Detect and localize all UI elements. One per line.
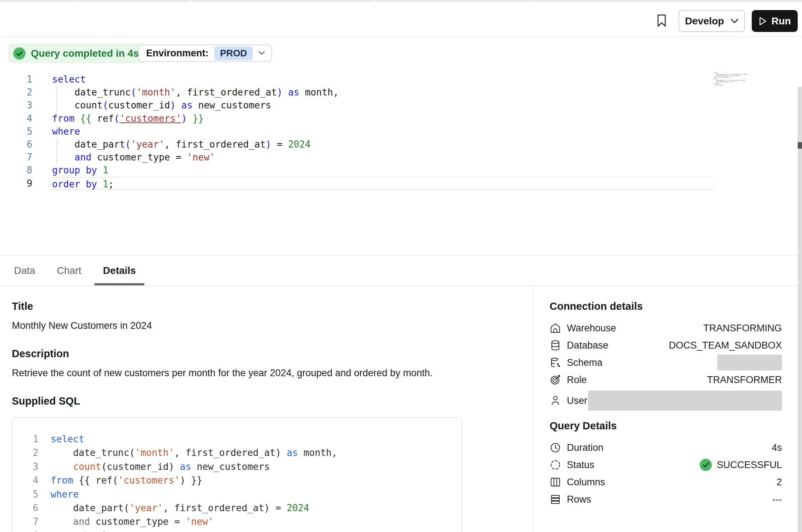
bookmark-icon: [656, 14, 667, 28]
line-number: 1: [13, 432, 38, 446]
details-left-column: Title Monthly New Customers in 2024 Desc…: [0, 287, 532, 532]
play-icon: [759, 17, 767, 26]
detail-row-duration: Duration4s: [550, 439, 782, 456]
clock-icon: [550, 442, 561, 453]
sql-editor[interactable]: 1select2 date_trunc('month', first_order…: [0, 71, 802, 255]
bookmark-button[interactable]: [656, 13, 671, 29]
line-number: 2: [0, 86, 32, 99]
detail-value: [717, 355, 782, 370]
description-value: Retrieve the count of new customers per …: [12, 368, 532, 379]
rows-icon: [550, 494, 561, 505]
environment-label: Environment:: [146, 48, 209, 59]
detail-row-role: RoleTRANSFORMER: [550, 371, 782, 388]
title-heading: Title: [12, 300, 532, 312]
query-details-heading: Query Details: [550, 420, 782, 432]
line-number: 3: [0, 99, 32, 112]
detail-label: Warehouse: [567, 323, 616, 334]
detail-value: SUCCESSFUL: [699, 458, 782, 471]
detail-row-warehouse: WarehouseTRANSFORMING: [550, 319, 782, 337]
code-line: 1select: [13, 432, 462, 446]
line-number: 8: [13, 529, 38, 532]
line-number: 5: [13, 487, 38, 501]
detail-row-rows: Rows---: [550, 491, 782, 508]
code-line: 5where: [0, 125, 714, 138]
run-button[interactable]: Run: [752, 10, 798, 32]
line-number: 5: [0, 125, 32, 138]
code-line: 6 date_part('year', first_ordered_at) = …: [0, 138, 714, 151]
check-circle-icon: [13, 47, 26, 60]
code-line: 4from {{ ref('customers') }}: [0, 112, 714, 125]
supplied-sql-heading: Supplied SQL: [12, 395, 532, 407]
line-number: 1: [0, 73, 32, 86]
status-icon: [550, 459, 561, 471]
title-value: Monthly New Customers in 2024: [12, 320, 532, 331]
user-icon: [550, 395, 561, 406]
detail-label: Database: [567, 340, 609, 351]
detail-value: 4s: [771, 442, 782, 453]
header-bar: Develop Run: [0, 2, 802, 37]
detail-label: Role: [567, 374, 587, 386]
query-status-row: Query completed in 4s Environment: PROD: [0, 38, 802, 71]
detail-value: 2: [777, 477, 782, 488]
chevron-down-icon: [258, 51, 265, 55]
detail-label: Schema: [567, 357, 602, 368]
line-number: 6: [0, 138, 32, 151]
detail-row-status: StatusSUCCESSFUL: [550, 456, 782, 473]
code-line: 3 count(customer_id) as new_customers: [0, 99, 714, 112]
develop-label: Develop: [685, 15, 724, 27]
develop-dropdown-button[interactable]: Develop: [679, 10, 745, 32]
line-number: 6: [13, 501, 38, 515]
code-line: 4from {{ ref('customers') }}: [13, 473, 462, 487]
tab-details[interactable]: Details: [101, 256, 138, 285]
detail-value: [588, 391, 782, 411]
code-line: 6 date_part('year', first_ordered_at) = …: [13, 501, 462, 515]
code-line: order by 1;: [714, 84, 757, 86]
query-details-rows: Duration4sStatusSUCCESSFULColumns2Rows--…: [550, 439, 782, 508]
line-number: 9: [0, 177, 32, 190]
line-number: 2: [13, 446, 38, 459]
redacted-value: [717, 355, 782, 370]
supplied-sql-code-block: 1select2 date_trunc('month', first_order…: [12, 417, 462, 532]
editor-minimap[interactable]: select date_trunc('month', first_ordered…: [714, 72, 757, 89]
chevron-down-icon: [731, 19, 738, 24]
role-icon: [550, 374, 561, 386]
description-heading: Description: [12, 348, 532, 360]
line-number: 4: [0, 112, 32, 125]
database-icon: [550, 340, 561, 351]
code-line: 1select: [0, 73, 714, 86]
detail-label: User: [567, 395, 587, 406]
code-line: 7 and customer_type = 'new': [0, 151, 714, 164]
code-line: 7 and customer_type = 'new': [13, 515, 462, 528]
app-window: Develop Run Query completed in 4s Enviro…: [0, 0, 802, 532]
detail-label: Status: [567, 459, 594, 471]
redacted-value: [588, 391, 782, 411]
warehouse-icon: [550, 322, 561, 334]
editor-code[interactable]: 1select2 date_trunc('month', first_order…: [0, 73, 714, 190]
connection-details-heading: Connection details: [550, 300, 782, 312]
columns-icon: [550, 476, 561, 488]
code-line: 9order by 1;: [0, 177, 714, 190]
results-tabbar: DataChartDetails: [0, 255, 802, 286]
line-number: 7: [13, 515, 38, 528]
environment-value-badge: PROD: [214, 46, 253, 60]
line-number: 8: [0, 164, 32, 177]
code-line: 5where: [13, 487, 462, 501]
environment-selector[interactable]: Environment: PROD: [138, 45, 272, 62]
detail-label: Duration: [567, 442, 603, 453]
line-number: 7: [0, 151, 32, 164]
detail-row-schema: Schema: [550, 354, 782, 371]
code-line: 8group by 1: [0, 164, 714, 177]
connection-details-rows: WarehouseTRANSFORMINGDatabaseDOCS_TEAM_S…: [550, 319, 782, 413]
check-circle-icon: [699, 458, 712, 471]
query-status-pill: Query completed in 4s: [8, 43, 147, 63]
window-scrollbar-thumb[interactable]: [798, 142, 802, 149]
detail-row-columns: Columns2: [550, 473, 782, 491]
tab-data[interactable]: Data: [12, 256, 37, 285]
tab-chart[interactable]: Chart: [55, 256, 83, 285]
query-status-text: Query completed in 4s: [31, 48, 139, 59]
details-right-column: Connection details WarehouseTRANSFORMING…: [532, 287, 802, 532]
window-scrollbar[interactable]: [798, 87, 802, 532]
minimap-code: select date_trunc('month', first_ordered…: [714, 72, 757, 86]
detail-row-database: DatabaseDOCS_TEAM_SANDBOX: [550, 337, 782, 354]
code-line: 3 count(customer_id) as new_customers: [13, 460, 462, 473]
